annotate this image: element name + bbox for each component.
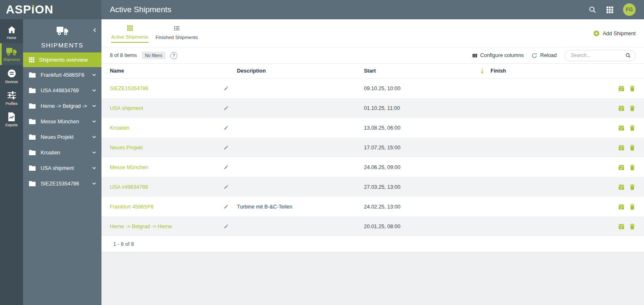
table-body: SIEZE15354786 09.10.25, 10:00 [101, 78, 644, 236]
chevron-down-icon[interactable] [92, 181, 96, 186]
rail-item-home[interactable]: Home [0, 21, 23, 43]
edit-button[interactable] [223, 224, 237, 229]
table-row: Messe München 24.06.25, 09:00 [101, 157, 644, 177]
sidebar-folder-item[interactable]: SIEZE15354786 [23, 176, 101, 191]
configure-columns-button[interactable]: Configure columns [472, 52, 524, 58]
shipment-name-link[interactable]: Messe München [110, 164, 223, 170]
shipment-start: 24.06.25, 09:00 [364, 164, 480, 170]
shipment-start: 09.10.25, 10:00 [364, 86, 480, 91]
list-icon [173, 25, 180, 32]
sidebar-folder-item[interactable]: USA shipment [23, 160, 101, 176]
search-icon[interactable] [625, 52, 631, 58]
trash-icon[interactable] [629, 85, 635, 92]
shipment-start: 17.07.25, 15:00 [364, 145, 480, 151]
sidebar-folder-item[interactable]: Kroatien [23, 145, 101, 160]
shipment-name-link[interactable]: USA #49834769 [110, 184, 223, 190]
edit-button[interactable] [223, 204, 237, 209]
edit-button[interactable] [223, 184, 237, 190]
pencil-icon [223, 164, 237, 170]
trash-icon[interactable] [629, 144, 635, 151]
calendar-check-icon[interactable] [618, 144, 625, 151]
shipment-name-link[interactable]: Neues Projekt [110, 145, 223, 151]
truck-icon [56, 26, 69, 36]
calendar-check-icon[interactable] [618, 125, 625, 131]
rail-item-profiles[interactable]: Profiles [0, 87, 23, 109]
rail-item-exports[interactable]: Exports [0, 109, 23, 130]
trash-icon[interactable] [629, 223, 635, 230]
pencil-icon [223, 184, 237, 190]
shipment-name-link[interactable]: Frankfurt 4586SF6 [110, 204, 223, 210]
rail-label: Home [7, 36, 16, 40]
folder-label: Herne -> Belgrad -> H... [41, 103, 87, 109]
calendar-check-icon[interactable] [618, 203, 625, 210]
rail-item-devices[interactable]: Devices [0, 65, 23, 87]
trash-icon[interactable] [629, 184, 635, 190]
collapse-sidebar-icon[interactable] [92, 28, 97, 33]
sidebar-folder-item[interactable]: Neues Projekt [23, 129, 101, 145]
sidebar-item-shipments-overview[interactable]: Shipments overview [23, 52, 101, 67]
add-shipment-label: Add Shipment [602, 31, 636, 36]
column-header-description[interactable]: Description [237, 68, 364, 74]
search-input[interactable] [571, 52, 625, 58]
chevron-down-icon[interactable] [92, 150, 96, 155]
sidebar-folder-item[interactable]: USA #49834769 [23, 83, 101, 98]
pencil-icon [223, 105, 237, 111]
sidebar-folder-item[interactable]: Messe München [23, 114, 101, 129]
tab-active-shipments[interactable]: Active Shipments [110, 19, 150, 47]
chevron-down-icon[interactable] [92, 119, 96, 124]
chevron-down-icon[interactable] [92, 104, 96, 108]
edit-button[interactable] [223, 86, 237, 91]
avatar[interactable]: FG [623, 3, 636, 16]
folder-label: Neues Projekt [41, 134, 87, 140]
column-header-finish[interactable]: Finish [480, 68, 618, 74]
apps-grid-icon[interactable] [606, 6, 614, 14]
calendar-check-icon[interactable] [618, 184, 625, 190]
help-icon[interactable]: ? [170, 52, 177, 59]
sidebar-folder-list: Frankfurt 4586SF6 USA #49834769 [23, 67, 101, 191]
reload-button[interactable]: Reload [531, 52, 557, 59]
calendar-check-icon[interactable] [618, 85, 625, 92]
edit-button[interactable] [223, 164, 237, 170]
sidebar-folder-item[interactable]: Herne -> Belgrad -> H... [23, 98, 101, 114]
edit-button[interactable] [223, 125, 237, 130]
sidebar-folder-item[interactable]: Frankfurt 4586SF6 [23, 67, 101, 83]
trash-icon[interactable] [629, 125, 635, 131]
rail-label: Devices [5, 80, 18, 84]
column-header-start[interactable]: Start [364, 68, 480, 74]
shipment-name-link[interactable]: USA shipment [110, 105, 223, 111]
grid-icon [29, 57, 35, 63]
chevron-down-icon[interactable] [92, 73, 96, 77]
column-header-name[interactable]: Name [110, 68, 223, 74]
shipment-name-link[interactable]: Kroatien [110, 125, 223, 131]
chevron-down-icon[interactable] [92, 135, 96, 139]
trash-icon[interactable] [629, 203, 635, 210]
pencil-icon [223, 224, 237, 229]
shipment-name-link[interactable]: Herne -> Belgrad -> Herne [110, 224, 223, 229]
columns-icon [472, 53, 478, 58]
table-row: Neues Projekt 17.07.25, 15:00 [101, 138, 644, 157]
add-shipment-button[interactable]: Add Shipment [593, 30, 636, 36]
shipment-start: 13.08.25, 06:00 [364, 125, 480, 131]
table-search [564, 50, 636, 61]
chevron-down-icon[interactable] [92, 166, 96, 170]
folder-label: SIEZE15354786 [41, 181, 87, 187]
chevron-down-icon[interactable] [92, 88, 96, 93]
folder-icon [29, 72, 36, 78]
shipment-name-link[interactable]: SIEZE15354786 [110, 86, 223, 91]
search-icon[interactable] [588, 5, 597, 14]
folder-icon [29, 165, 36, 171]
table-row: Herne -> Belgrad -> Herne 20.01.25, 08:0… [101, 216, 644, 236]
calendar-check-icon[interactable] [618, 223, 625, 230]
pencil-icon [223, 204, 237, 209]
logo-area: ASPıON [0, 0, 101, 19]
tab-finished-shipments[interactable]: Finished Shipments [156, 19, 198, 47]
trash-icon[interactable] [629, 105, 635, 112]
table-toolbar: 8 of 8 items No filters ? Configure colu… [101, 47, 644, 64]
edit-button[interactable] [223, 145, 237, 150]
rail-item-shipments[interactable]: Shipments [0, 43, 23, 65]
calendar-check-icon[interactable] [618, 164, 625, 171]
trash-icon[interactable] [629, 164, 635, 171]
folder-label: USA shipment [41, 165, 87, 171]
edit-button[interactable] [223, 105, 237, 111]
calendar-check-icon[interactable] [618, 105, 625, 112]
